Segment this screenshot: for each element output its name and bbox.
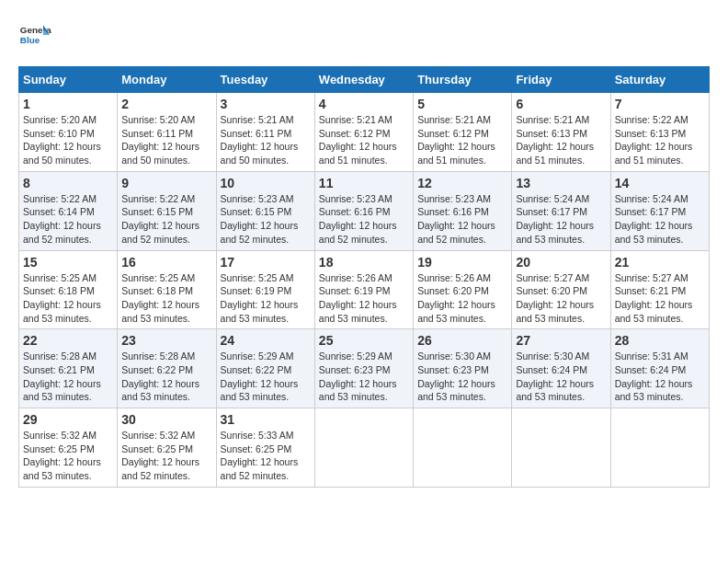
day-number: 16 [121, 255, 211, 270]
day-info: Sunrise: 5:28 AM Sunset: 6:21 PM Dayligh… [23, 350, 113, 404]
day-number: 14 [615, 176, 705, 190]
calendar-day-cell: 3 Sunrise: 5:21 AM Sunset: 6:11 PM Dayli… [216, 93, 314, 172]
day-number: 2 [121, 97, 211, 111]
day-info: Sunrise: 5:26 AM Sunset: 6:19 PM Dayligh… [319, 271, 409, 326]
day-number: 26 [417, 333, 507, 348]
calendar-day-cell: 11 Sunrise: 5:23 AM Sunset: 6:16 PM Dayl… [314, 171, 413, 250]
calendar-day-cell: 26 Sunrise: 5:30 AM Sunset: 6:23 PM Dayl… [414, 329, 512, 408]
calendar-week-row: 29 Sunrise: 5:32 AM Sunset: 6:25 PM Dayl… [19, 408, 710, 488]
calendar-week-row: 22 Sunrise: 5:28 AM Sunset: 6:21 PM Dayl… [19, 329, 710, 408]
day-info: Sunrise: 5:23 AM Sunset: 6:16 PM Dayligh… [417, 192, 507, 247]
day-info: Sunrise: 5:22 AM Sunset: 6:14 PM Dayligh… [23, 192, 113, 247]
calendar-day-cell: 4 Sunrise: 5:21 AM Sunset: 6:12 PM Dayli… [314, 93, 413, 172]
calendar-day-cell: 18 Sunrise: 5:26 AM Sunset: 6:19 PM Dayl… [314, 250, 413, 329]
day-number: 30 [121, 412, 211, 427]
calendar-day-cell: 28 Sunrise: 5:31 AM Sunset: 6:24 PM Dayl… [610, 329, 709, 408]
day-info: Sunrise: 5:20 AM Sunset: 6:10 PM Dayligh… [23, 113, 113, 167]
day-info: Sunrise: 5:24 AM Sunset: 6:17 PM Dayligh… [516, 192, 606, 247]
calendar-day-cell: 15 Sunrise: 5:25 AM Sunset: 6:18 PM Dayl… [19, 250, 118, 329]
day-number: 7 [615, 97, 705, 111]
calendar-day-cell: 19 Sunrise: 5:26 AM Sunset: 6:20 PM Dayl… [414, 250, 512, 329]
day-number: 19 [417, 255, 507, 270]
day-number: 13 [516, 176, 606, 190]
day-of-week-header: Sunday [19, 67, 118, 93]
day-number: 6 [516, 97, 606, 111]
day-number: 27 [516, 333, 606, 348]
calendar-day-cell: 7 Sunrise: 5:22 AM Sunset: 6:13 PM Dayli… [610, 93, 709, 172]
day-info: Sunrise: 5:21 AM Sunset: 6:13 PM Dayligh… [516, 113, 606, 167]
day-number: 29 [23, 412, 113, 427]
day-number: 17 [221, 255, 311, 270]
day-info: Sunrise: 5:21 AM Sunset: 6:12 PM Dayligh… [319, 113, 409, 167]
day-info: Sunrise: 5:26 AM Sunset: 6:20 PM Dayligh… [417, 271, 507, 326]
calendar-day-cell: 5 Sunrise: 5:21 AM Sunset: 6:12 PM Dayli… [414, 93, 512, 172]
calendar-day-cell: 31 Sunrise: 5:33 AM Sunset: 6:25 PM Dayl… [216, 408, 314, 488]
day-of-week-header: Wednesday [314, 67, 413, 93]
calendar-week-row: 1 Sunrise: 5:20 AM Sunset: 6:10 PM Dayli… [19, 93, 710, 172]
day-number: 12 [417, 176, 507, 190]
day-number: 15 [23, 255, 113, 270]
day-info: Sunrise: 5:21 AM Sunset: 6:11 PM Dayligh… [221, 113, 311, 167]
calendar-table: SundayMondayTuesdayWednesdayThursdayFrid… [18, 66, 710, 488]
day-number: 3 [221, 97, 311, 111]
calendar-day-cell [314, 408, 413, 488]
day-number: 8 [23, 176, 113, 190]
calendar-day-cell: 9 Sunrise: 5:22 AM Sunset: 6:15 PM Dayli… [118, 171, 216, 250]
day-info: Sunrise: 5:27 AM Sunset: 6:21 PM Dayligh… [615, 271, 705, 326]
day-info: Sunrise: 5:31 AM Sunset: 6:24 PM Dayligh… [615, 350, 705, 404]
day-info: Sunrise: 5:32 AM Sunset: 6:25 PM Dayligh… [121, 429, 211, 483]
day-of-week-header: Saturday [610, 67, 709, 93]
calendar-day-cell: 14 Sunrise: 5:24 AM Sunset: 6:17 PM Dayl… [610, 171, 709, 250]
logo: General Blue [18, 18, 51, 52]
calendar-header-row: SundayMondayTuesdayWednesdayThursdayFrid… [19, 67, 710, 93]
day-of-week-header: Friday [512, 67, 610, 93]
calendar-day-cell: 17 Sunrise: 5:25 AM Sunset: 6:19 PM Dayl… [216, 250, 314, 329]
day-number: 11 [319, 176, 409, 190]
day-info: Sunrise: 5:22 AM Sunset: 6:13 PM Dayligh… [615, 113, 705, 167]
svg-text:Blue: Blue [20, 35, 40, 45]
day-number: 1 [23, 97, 113, 111]
day-number: 9 [121, 176, 211, 190]
day-number: 20 [516, 255, 606, 270]
logo-icon: General Blue [18, 18, 51, 52]
calendar-day-cell: 21 Sunrise: 5:27 AM Sunset: 6:21 PM Dayl… [610, 250, 709, 329]
calendar-day-cell: 27 Sunrise: 5:30 AM Sunset: 6:24 PM Dayl… [512, 329, 610, 408]
day-info: Sunrise: 5:22 AM Sunset: 6:15 PM Dayligh… [121, 192, 211, 247]
calendar-day-cell: 25 Sunrise: 5:29 AM Sunset: 6:23 PM Dayl… [314, 329, 413, 408]
day-number: 18 [319, 255, 409, 270]
day-number: 10 [221, 176, 311, 190]
day-of-week-header: Monday [118, 67, 216, 93]
day-number: 31 [221, 412, 311, 427]
calendar-day-cell: 22 Sunrise: 5:28 AM Sunset: 6:21 PM Dayl… [19, 329, 118, 408]
calendar-day-cell: 13 Sunrise: 5:24 AM Sunset: 6:17 PM Dayl… [512, 171, 610, 250]
day-number: 22 [23, 333, 113, 348]
calendar-day-cell: 16 Sunrise: 5:25 AM Sunset: 6:18 PM Dayl… [118, 250, 216, 329]
calendar-day-cell [414, 408, 512, 488]
calendar-day-cell: 12 Sunrise: 5:23 AM Sunset: 6:16 PM Dayl… [414, 171, 512, 250]
day-info: Sunrise: 5:25 AM Sunset: 6:18 PM Dayligh… [23, 271, 113, 326]
calendar-day-cell [610, 408, 709, 488]
calendar-day-cell: 1 Sunrise: 5:20 AM Sunset: 6:10 PM Dayli… [19, 93, 118, 172]
day-number: 28 [615, 333, 705, 348]
day-info: Sunrise: 5:32 AM Sunset: 6:25 PM Dayligh… [23, 429, 113, 483]
day-info: Sunrise: 5:29 AM Sunset: 6:23 PM Dayligh… [319, 350, 409, 404]
calendar-day-cell: 29 Sunrise: 5:32 AM Sunset: 6:25 PM Dayl… [19, 408, 118, 488]
day-info: Sunrise: 5:21 AM Sunset: 6:12 PM Dayligh… [417, 113, 507, 167]
day-number: 25 [319, 333, 409, 348]
day-info: Sunrise: 5:28 AM Sunset: 6:22 PM Dayligh… [121, 350, 211, 404]
calendar-day-cell: 8 Sunrise: 5:22 AM Sunset: 6:14 PM Dayli… [19, 171, 118, 250]
day-info: Sunrise: 5:27 AM Sunset: 6:20 PM Dayligh… [516, 271, 606, 326]
day-number: 5 [417, 97, 507, 111]
calendar-day-cell [512, 408, 610, 488]
day-info: Sunrise: 5:25 AM Sunset: 6:18 PM Dayligh… [121, 271, 211, 326]
page-header: General Blue [18, 18, 710, 52]
day-number: 24 [221, 333, 311, 348]
day-info: Sunrise: 5:23 AM Sunset: 6:16 PM Dayligh… [319, 192, 409, 247]
calendar-day-cell: 30 Sunrise: 5:32 AM Sunset: 6:25 PM Dayl… [118, 408, 216, 488]
calendar-week-row: 8 Sunrise: 5:22 AM Sunset: 6:14 PM Dayli… [19, 171, 710, 250]
day-info: Sunrise: 5:23 AM Sunset: 6:15 PM Dayligh… [221, 192, 311, 247]
calendar-day-cell: 10 Sunrise: 5:23 AM Sunset: 6:15 PM Dayl… [216, 171, 314, 250]
day-number: 4 [319, 97, 409, 111]
calendar-day-cell: 24 Sunrise: 5:29 AM Sunset: 6:22 PM Dayl… [216, 329, 314, 408]
calendar-day-cell: 2 Sunrise: 5:20 AM Sunset: 6:11 PM Dayli… [118, 93, 216, 172]
